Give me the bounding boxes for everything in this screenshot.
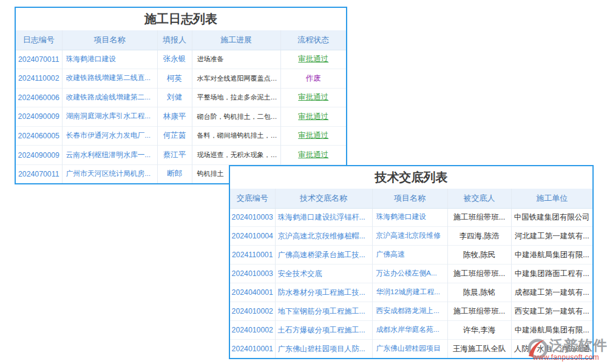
table-row: 2024070011珠海鹤港口建设张永银进场准备审批通过 [16, 50, 346, 69]
column-header: 流程状态 [280, 30, 346, 50]
panel-title-tech-disclosure: 技术交底列表 [230, 166, 592, 189]
disclosure-id-link[interactable]: 2024010003 [230, 265, 275, 283]
table-row: 2024110001广佛高速桥梁承台施工技...广佛高速陈牧,陈民中建港航局集团… [230, 246, 592, 265]
disclosure-id-link[interactable]: 2024010003 [230, 208, 275, 227]
column-header: 日志编号 [16, 30, 62, 50]
panel-title-construction-log: 施工日志列表 [16, 8, 346, 30]
disclosure-name-link[interactable]: 地下室钢筋分项工程施工... [275, 302, 372, 321]
table-row: 2024090009湖南洞庭湖水库引水工程...林康平砌台阶，钩机排土，二包砌.… [16, 107, 346, 127]
tech-disclosure-table: 交底编号技术交底名称项目名称被交底人施工单位2024010003珠海鹤港口建设抗… [230, 189, 592, 358]
progress-text: 现场巡查，无积水现象，水... [192, 146, 280, 165]
unit-text: 人防、水电、消防疏通 [511, 340, 592, 358]
table-row: 2024060005长春市伊通河水力发电厂...何芷茵备料，砌间墙钩机排土，瓦.… [16, 126, 346, 146]
reporter-link[interactable]: 断郎 [157, 164, 192, 183]
project-link[interactable]: 湖南洞庭湖水库引水工程... [62, 107, 157, 127]
column-header: 技术交底名称 [275, 189, 372, 208]
construction-log-table: 日志编号项目名称填报人施工进展流程状态2024070011珠海鹤港口建设张永银进… [16, 30, 346, 183]
progress-text: 进场准备 [192, 50, 280, 69]
status-link[interactable]: 审批通过 [280, 107, 346, 127]
progress-text: 砌台阶，钩机排土，二包砌... [192, 107, 280, 127]
disclosure-id-link[interactable]: 2024110001 [230, 246, 275, 265]
table-row: 2024040001防水卷材分项工程施工技...华润12城房建工程...陈晨,陈… [230, 283, 592, 302]
log-id-link[interactable]: 2024060006 [16, 88, 62, 107]
project-link[interactable]: 珠海鹤港口建设 [62, 50, 157, 69]
disclosure-name-link[interactable]: 安全技术交底 [275, 265, 372, 283]
column-header: 项目名称 [372, 189, 447, 208]
table-row: 2024010003珠海鹤港口建设抗浮锚杆...珠海鹤港口建设施工班组带班...… [230, 208, 592, 227]
project-link[interactable]: 京沪高速北京段维修 [372, 227, 447, 246]
progress-text: 备料，砌间墙钩机排土，瓦... [192, 126, 280, 146]
receiver-text: 李四海,陈浩 [447, 227, 511, 246]
disclosure-name-link[interactable]: 京沪高速北京段维修桩帽... [275, 227, 372, 246]
log-id-link[interactable]: 2024110002 [16, 69, 62, 89]
column-header: 被交底人 [447, 189, 511, 208]
disclosure-name-link[interactable]: 珠海鹤港口建设抗浮锚杆... [275, 208, 372, 227]
column-header: 施工单位 [511, 189, 592, 208]
construction-log-panel: 施工日志列表 日志编号项目名称填报人施工进展流程状态2024070011珠海鹤港… [15, 7, 347, 184]
status-link[interactable]: 审批通过 [280, 146, 346, 165]
status-link[interactable]: 作废 [280, 69, 346, 89]
disclosure-name-link[interactable]: 防水卷材分项工程施工技... [275, 283, 372, 302]
project-link[interactable]: 改建铁路线增建第二线直... [62, 69, 157, 89]
status-link[interactable]: 审批通过 [280, 50, 346, 69]
unit-text: 河北建工第一建筑有... [511, 227, 592, 246]
reporter-link[interactable]: 林康平 [157, 107, 192, 127]
table-row: 2024010004京沪高速北京段维修桩帽...京沪高速北京段维修李四海,陈浩河… [230, 227, 592, 246]
disclosure-id-link[interactable]: 2024010002 [230, 321, 275, 340]
receiver-text: 陈晨,陈铭 [447, 283, 511, 302]
unit-text: 中建集团路面工程有... [511, 265, 592, 283]
project-link[interactable]: 广佛高速 [372, 246, 447, 265]
disclosure-id-link[interactable]: 2024040001 [230, 283, 275, 302]
project-link[interactable]: 珠海鹤港口建设 [372, 208, 447, 227]
disclosure-id-link[interactable]: 2024010002 [230, 302, 275, 321]
receiver-text: 施工班组带班... [447, 265, 511, 283]
table-row: 2024090009云南水利枢纽潜明水库一...蔡江平现场巡查，无积水现象，水.… [16, 146, 346, 165]
reporter-link[interactable]: 柯英 [157, 69, 192, 89]
receiver-text: 许华,李海 [447, 321, 511, 340]
reporter-link[interactable]: 刘健 [157, 88, 192, 107]
project-link[interactable]: 华润12城房建工程... [372, 283, 447, 302]
project-link[interactable]: 改建铁路成渝线增建第二... [62, 88, 157, 107]
column-header: 填报人 [157, 30, 192, 50]
tech-disclosure-panel: 技术交底列表 交底编号技术交底名称项目名称被交底人施工单位2024010003珠… [229, 165, 594, 359]
disclosure-name-link[interactable]: 土石方爆破分项工程施工... [275, 321, 372, 340]
project-link[interactable]: 长春市伊通河水力发电厂... [62, 126, 157, 146]
log-id-link[interactable]: 2024090009 [16, 146, 62, 165]
project-link[interactable]: 西安成都路龙湖上... [372, 302, 447, 321]
log-id-link[interactable]: 2024060005 [16, 126, 62, 146]
reporter-link[interactable]: 何芷茵 [157, 126, 192, 146]
receiver-text: 王海施工队全队 [447, 340, 511, 358]
project-link[interactable]: 万达办公楼左侧A... [372, 265, 447, 283]
disclosure-name-link[interactable]: 广东佛山碧桂园项目人防... [275, 340, 372, 358]
receiver-text: 陈牧,陈民 [447, 246, 511, 265]
column-header: 项目名称 [62, 30, 157, 50]
disclosure-name-link[interactable]: 广佛高速桥梁承台施工技... [275, 246, 372, 265]
column-header: 施工进展 [192, 30, 280, 50]
status-link[interactable]: 审批通过 [280, 88, 346, 107]
reporter-link[interactable]: 张永银 [157, 50, 192, 69]
receiver-text: 施工班组带班... [447, 208, 511, 227]
log-id-link[interactable]: 2024090009 [16, 107, 62, 127]
log-id-link[interactable]: 2024070011 [16, 50, 62, 69]
table-row: 2024010002土石方爆破分项工程施工...成都水岸华庭名苑...许华,李海… [230, 321, 592, 340]
log-id-link[interactable]: 2024070011 [16, 164, 62, 183]
table-row: 2024010002地下室钢筋分项工程施工...西安成都路龙湖上...施工班组带… [230, 302, 592, 321]
table-row: 2024060006改建铁路成渝线增建第二...刘健平整场地，拉走多余泥土15.… [16, 88, 346, 107]
table-row: 2024010003安全技术交底万达办公楼左侧A...施工班组带班...中建集团… [230, 265, 592, 283]
disclosure-id-link[interactable]: 2024010001 [230, 340, 275, 358]
receiver-text: 施工班组带班... [447, 302, 511, 321]
project-link[interactable]: 广州市天河区统计局机房... [62, 164, 157, 183]
unit-text: 中国铁建集团有限公司 [511, 208, 592, 227]
reporter-link[interactable]: 蔡江平 [157, 146, 192, 165]
project-link[interactable]: 成都水岸华庭名苑... [372, 321, 447, 340]
progress-text: 平整场地，拉走多余泥土15... [192, 88, 280, 107]
column-header: 交底编号 [230, 189, 275, 208]
unit-text: 西安建工第一建筑有... [511, 302, 592, 321]
project-link[interactable]: 云南水利枢纽潜明水库一... [62, 146, 157, 165]
unit-text: 成都建工第一建筑有... [511, 283, 592, 302]
disclosure-id-link[interactable]: 2024010004 [230, 227, 275, 246]
unit-text: 中建港航局集团有限... [511, 246, 592, 265]
project-link[interactable]: 广东佛山碧桂园项目 [372, 340, 447, 358]
table-row: 2024110002改建铁路线增建第二线直...柯英水车对全线遮阳网覆盖点进..… [16, 69, 346, 89]
status-link[interactable]: 审批通过 [280, 126, 346, 146]
